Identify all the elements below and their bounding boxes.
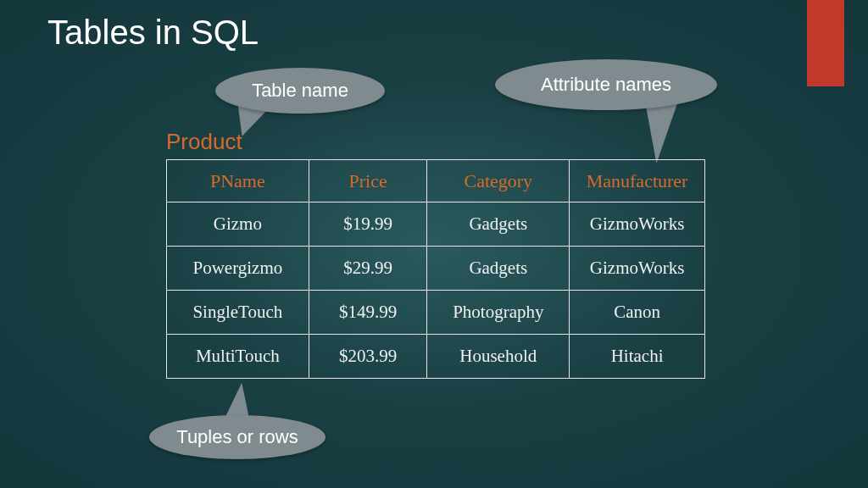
product-table: PName Price Category Manufacturer Gizmo … — [166, 159, 705, 379]
column-header: PName — [167, 160, 309, 202]
callout-attribute-names: Attribute names — [495, 59, 717, 110]
table-name-label: Product — [166, 129, 242, 155]
table-row: MultiTouch $203.99 Household Hitachi — [167, 335, 705, 379]
table-header-row: PName Price Category Manufacturer — [167, 160, 705, 202]
table-row: SingleTouch $149.99 Photography Canon — [167, 291, 705, 335]
callout-tuples: Tuples or rows — [149, 415, 326, 459]
table-cell: Photography — [427, 291, 570, 335]
callout-table-name: Table name — [215, 68, 385, 114]
table-cell: $19.99 — [309, 202, 427, 247]
callout-label: Tuples or rows — [176, 426, 298, 448]
table-cell: Powergizmo — [167, 247, 309, 291]
table-cell: Gadgets — [427, 202, 570, 247]
callout-label: Attribute names — [541, 74, 671, 96]
table-cell: GizmoWorks — [570, 247, 705, 291]
table-cell: $203.99 — [309, 335, 427, 379]
column-header: Category — [427, 160, 570, 202]
table-cell: Gizmo — [167, 202, 309, 247]
table-cell: $149.99 — [309, 291, 427, 335]
column-header: Manufacturer — [570, 160, 705, 202]
table-row: Powergizmo $29.99 Gadgets GizmoWorks — [167, 247, 705, 291]
slide-title: Tables in SQL — [47, 14, 259, 52]
table-cell: GizmoWorks — [570, 202, 705, 247]
table-cell: Household — [427, 335, 570, 379]
ribbon-accent — [807, 0, 844, 86]
table-row: Gizmo $19.99 Gadgets GizmoWorks — [167, 202, 705, 247]
table-cell: MultiTouch — [167, 335, 309, 379]
table-cell: $29.99 — [309, 247, 427, 291]
table-cell: SingleTouch — [167, 291, 309, 335]
table-cell: Canon — [570, 291, 705, 335]
table-cell: Hitachi — [570, 335, 705, 379]
table-cell: Gadgets — [427, 247, 570, 291]
callout-tail — [646, 103, 682, 164]
callout-label: Table name — [252, 80, 348, 102]
column-header: Price — [309, 160, 427, 202]
